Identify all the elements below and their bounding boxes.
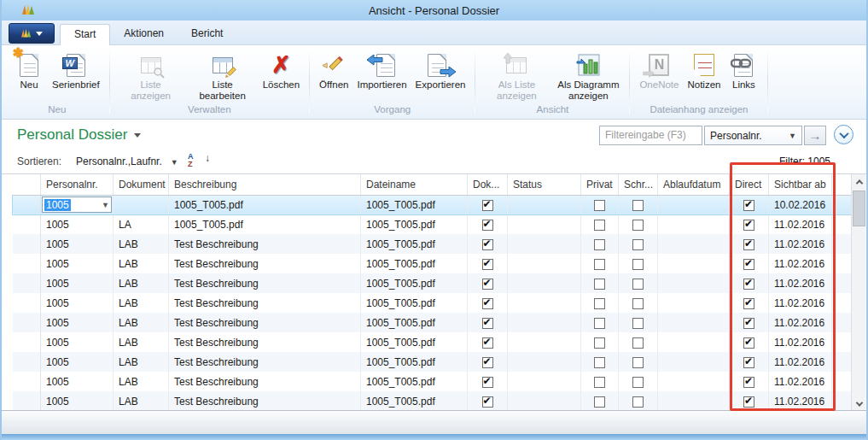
- cell-beschreibung[interactable]: Test Beschreibung: [169, 391, 361, 411]
- scroll-up-button[interactable]: [852, 174, 866, 189]
- cell-dokument[interactable]: LAB: [114, 313, 169, 332]
- direct-checkbox[interactable]: [743, 377, 754, 388]
- cell-sichtbar-ab[interactable]: 11.02.2016: [769, 273, 832, 293]
- column-header-dateiname[interactable]: Dateiname: [361, 174, 468, 195]
- cell-direct[interactable]: [730, 391, 769, 411]
- cell-dateiname[interactable]: 1005_T005.pdf: [361, 332, 468, 352]
- row-selector[interactable]: [13, 254, 41, 273]
- table-row[interactable]: 1005LABTest Beschreibung1005_T005.pdf11.…: [13, 391, 852, 411]
- table-row[interactable]: 1005LABTest Beschreibung1005_T005.pdf11.…: [13, 352, 852, 372]
- cell-dokument[interactable]: LAB: [114, 352, 169, 372]
- cell-status[interactable]: [508, 313, 581, 332]
- dok-checkbox[interactable]: [482, 298, 493, 309]
- cell-dateiname[interactable]: 1005_T005.pdf: [361, 214, 468, 234]
- filter-input[interactable]: Filtereingabe (F3): [599, 126, 702, 145]
- cell-dok[interactable]: [468, 254, 508, 273]
- cell-dok[interactable]: [468, 214, 508, 234]
- direct-checkbox[interactable]: [743, 200, 754, 211]
- cell-schr[interactable]: [619, 195, 658, 214]
- dok-checkbox[interactable]: [482, 259, 493, 270]
- cell-status[interactable]: [508, 195, 581, 214]
- cell-ablaufdatum[interactable]: [658, 391, 730, 411]
- chevron-down-icon[interactable]: ▼: [102, 201, 109, 209]
- cell-dokument[interactable]: LAB: [114, 254, 169, 273]
- cell-personalnr[interactable]: 1005: [41, 234, 114, 254]
- cell-dokument[interactable]: LA: [114, 214, 169, 234]
- cell-dateiname[interactable]: 1005_T005.pdf: [361, 195, 468, 214]
- privat-checkbox[interactable]: [594, 318, 605, 329]
- cell-beschreibung[interactable]: Test Beschreibung: [169, 332, 361, 352]
- cell-beschreibung[interactable]: 1005_T005.pdf: [169, 214, 361, 234]
- cell-dok[interactable]: [468, 234, 508, 254]
- cell-privat[interactable]: [581, 195, 619, 214]
- cell-schr[interactable]: [619, 352, 658, 372]
- row-selector[interactable]: [13, 195, 41, 214]
- scrollbar-thumb[interactable]: [853, 191, 865, 226]
- cell-direct[interactable]: [730, 352, 769, 372]
- cell-privat[interactable]: [581, 352, 619, 372]
- column-header-sichtbar-ab[interactable]: Sichtbar ab: [769, 174, 832, 195]
- cell-privat[interactable]: [581, 254, 619, 273]
- cell-personalnr[interactable]: 1005: [41, 214, 114, 234]
- cell-dateiname[interactable]: 1005_T005.pdf: [361, 273, 468, 293]
- privat-checkbox[interactable]: [594, 239, 605, 250]
- schr-checkbox[interactable]: [632, 220, 644, 231]
- cell-dok[interactable]: [468, 372, 508, 391]
- schr-checkbox[interactable]: [632, 259, 644, 270]
- cell-sichtbar-ab[interactable]: 11.02.2016: [769, 313, 832, 332]
- table-row[interactable]: 1005LABTest Beschreibung1005_T005.pdf11.…: [13, 234, 852, 254]
- vertical-scrollbar[interactable]: [851, 174, 865, 411]
- tab-bericht[interactable]: Bericht: [178, 24, 236, 45]
- cell-sichtbar-ab[interactable]: 10.02.2016: [769, 195, 832, 214]
- cell-dokument[interactable]: LAB: [114, 372, 169, 391]
- cell-sichtbar-ab[interactable]: 11.02.2016: [769, 254, 832, 273]
- neu-button[interactable]: ✱ Neu: [10, 49, 48, 92]
- dok-checkbox[interactable]: [482, 239, 493, 250]
- cell-dokument[interactable]: LAB: [114, 273, 169, 293]
- privat-checkbox[interactable]: [594, 298, 605, 309]
- sort-order-button[interactable]: AZ↓: [188, 153, 210, 170]
- cell-direct[interactable]: [730, 214, 769, 234]
- schr-checkbox[interactable]: [632, 239, 644, 250]
- cell-beschreibung[interactable]: Test Beschreibung: [169, 254, 361, 273]
- column-header-personalnr[interactable]: Personalnr.: [41, 174, 114, 195]
- row-selector[interactable]: [13, 313, 41, 332]
- schr-checkbox[interactable]: [632, 279, 644, 290]
- cell-ablaufdatum[interactable]: [658, 273, 730, 293]
- apply-filter-button[interactable]: →: [804, 126, 826, 145]
- cell-beschreibung[interactable]: Test Beschreibung: [169, 372, 361, 391]
- row-selector[interactable]: [13, 273, 41, 293]
- cell-sichtbar-ab[interactable]: 11.02.2016: [769, 293, 832, 313]
- row-selector[interactable]: [13, 332, 41, 352]
- privat-checkbox[interactable]: [594, 259, 605, 270]
- cell-privat[interactable]: [581, 214, 619, 234]
- cell-ablaufdatum[interactable]: [658, 254, 730, 273]
- exportieren-button[interactable]: Exportieren: [411, 49, 470, 92]
- filter-field-dropdown[interactable]: Personalnr. ▼: [704, 126, 802, 145]
- links-button[interactable]: Links: [725, 49, 762, 92]
- tab-start[interactable]: Start: [60, 24, 110, 45]
- cell-dateiname[interactable]: 1005_T005.pdf: [361, 391, 468, 411]
- table-row[interactable]: 1005LABTest Beschreibung1005_T005.pdf11.…: [13, 273, 852, 293]
- cell-direct[interactable]: [730, 293, 769, 313]
- loeschen-button[interactable]: ✗ Löschen: [259, 49, 304, 92]
- cell-status[interactable]: [508, 214, 581, 234]
- direct-checkbox[interactable]: [743, 298, 754, 309]
- privat-checkbox[interactable]: [594, 337, 605, 349]
- direct-checkbox[interactable]: [743, 239, 754, 250]
- cell-status[interactable]: [508, 332, 581, 352]
- cell-status[interactable]: [508, 273, 581, 293]
- cell-sichtbar-ab[interactable]: 11.02.2016: [769, 352, 832, 372]
- application-menu-button[interactable]: [9, 23, 55, 44]
- cell-personalnr[interactable]: 1005: [41, 372, 114, 391]
- cell-dokument[interactable]: [114, 195, 169, 214]
- cell-personalnr[interactable]: 1005▼: [41, 195, 114, 214]
- column-header-dok[interactable]: Dok...: [468, 174, 508, 195]
- cell-privat[interactable]: [581, 293, 619, 313]
- cell-status[interactable]: [508, 234, 581, 254]
- cell-dateiname[interactable]: 1005_T005.pdf: [361, 234, 468, 254]
- importieren-button[interactable]: Importieren: [352, 49, 411, 92]
- cell-status[interactable]: [508, 254, 581, 273]
- cell-direct[interactable]: [730, 254, 769, 273]
- cell-status[interactable]: [508, 372, 581, 391]
